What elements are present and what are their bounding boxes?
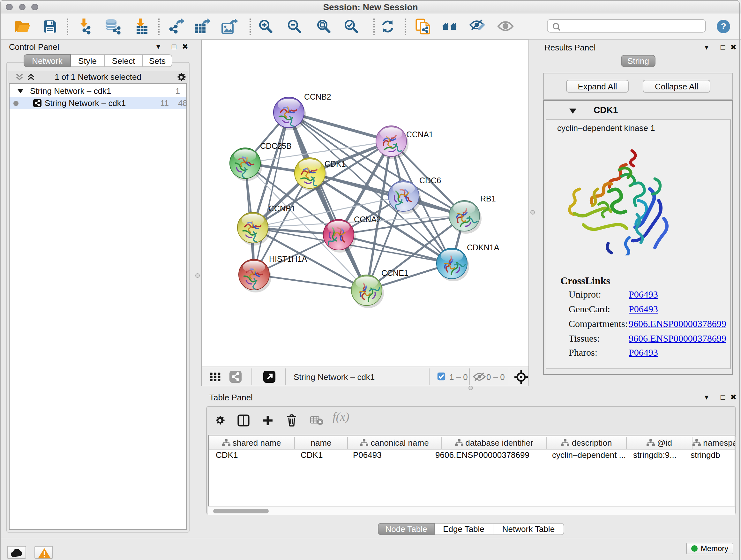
svg-text:CCNE1: CCNE1 [381,268,408,277]
svg-text:CDKN1A: CDKN1A [467,243,499,252]
svg-text:CCNB2: CCNB2 [304,92,331,101]
svg-text:CDC25B: CDC25B [260,141,292,150]
svg-text:CDK1: CDK1 [325,159,346,168]
svg-text:RB1: RB1 [480,194,496,203]
svg-text:CCNA2: CCNA2 [354,215,381,224]
svg-text:CDC6: CDC6 [419,176,441,185]
svg-text:CCNB1: CCNB1 [268,204,295,213]
svg-text:CCNA1: CCNA1 [406,130,433,139]
svg-text:HIST1H1A: HIST1H1A [269,254,307,263]
